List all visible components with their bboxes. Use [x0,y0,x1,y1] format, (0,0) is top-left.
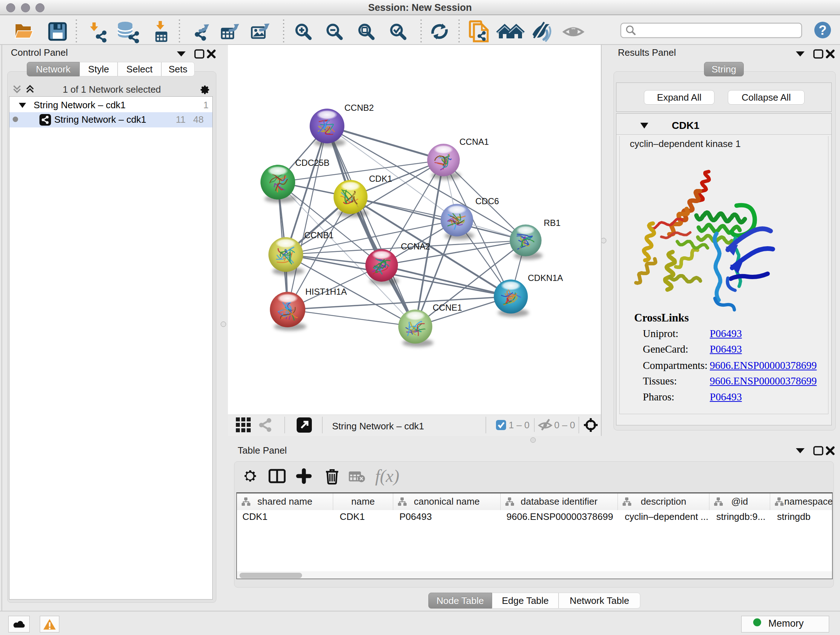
svg-text:RB1: RB1 [544,218,561,228]
svg-text:CCNA2: CCNA2 [401,241,430,251]
svg-text:HIST1H1A: HIST1H1A [305,287,347,296]
svg-text:CDK1: CDK1 [369,174,392,184]
svg-text:CCNB1: CCNB1 [304,230,333,240]
svg-text:CCNA1: CCNA1 [459,137,489,147]
svg-text:CCNE1: CCNE1 [433,302,462,312]
svg-text:?: ? [819,23,827,38]
svg-text:1 – 0: 1 – 0 [508,420,530,431]
svg-text:0 – 0: 0 – 0 [554,420,575,431]
svg-text:f(x): f(x) [375,466,399,486]
svg-text:CDC6: CDC6 [475,196,499,206]
svg-text:CCNB2: CCNB2 [344,103,374,112]
svg-text:CDC25B: CDC25B [295,158,330,168]
svg-text:CDKN1A: CDKN1A [528,273,563,283]
